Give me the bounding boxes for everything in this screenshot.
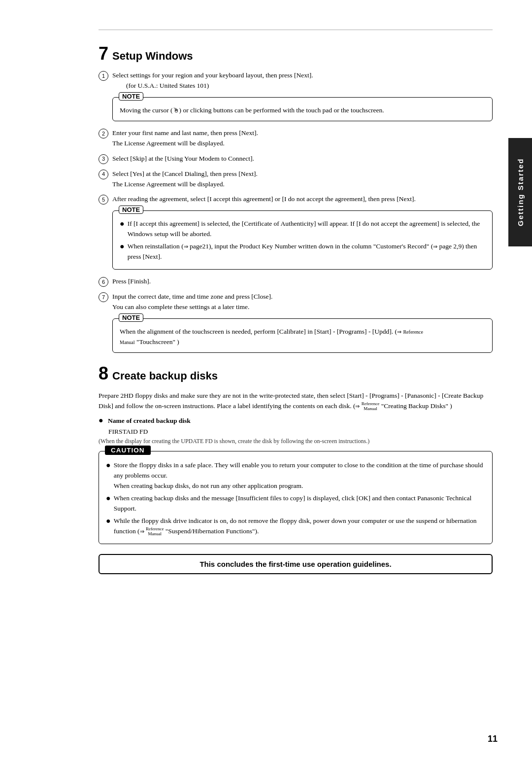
section8-header: 8 Create backup disks: [99, 365, 493, 382]
step-6-text: Press [Finish].: [112, 276, 493, 287]
note-content-2: ● If [I accept this agreement] is select…: [120, 219, 485, 262]
note-content-3: When the alignment of the touchscreen is…: [120, 327, 485, 347]
step-4: 4 Select [Yes] at the [Cancel Dialing], …: [99, 169, 493, 190]
step-3: 3 Select [Skip] at the [Using Your Modem…: [99, 154, 493, 164]
step-7-text: Input the correct date, time and time zo…: [112, 292, 493, 312]
note-content-1: Moving the cursor (🖱) or clicking button…: [120, 105, 485, 116]
step-5: 5 After reading the agreement, select [I…: [99, 194, 493, 205]
step-4-num: 4: [99, 170, 108, 179]
note-label-3: NOTE: [119, 313, 143, 322]
caution-label: CAUTION: [105, 446, 151, 455]
caution-box: CAUTION ● Store the floppy disks in a sa…: [99, 451, 493, 544]
step-1-text: Select settings for your region and your…: [112, 70, 493, 91]
step-5-num: 5: [99, 195, 108, 205]
section8-title: Create backup disks: [112, 370, 218, 382]
note-label-2: NOTE: [119, 206, 143, 214]
step-2-text: Enter your first name and last name, the…: [112, 128, 493, 149]
section7-header: 7 Setup Windows: [99, 45, 493, 63]
top-divider: [99, 30, 493, 30]
step-2-num: 2: [99, 129, 108, 138]
step-4-text: Select [Yes] at the [Cancel Dialing], th…: [112, 169, 493, 190]
note2-bullet-1: ● If [I accept this agreement] is select…: [120, 219, 485, 240]
note-box-1: NOTE Moving the cursor (🖱) or clicking b…: [112, 97, 493, 121]
name-of-disk-label: ● Name of created backup disk: [99, 416, 493, 425]
section8-intro: Prepare 2HD floppy disks and make sure t…: [99, 390, 493, 412]
caution-bullet-2: ● When creating backup disks and the mes…: [106, 493, 485, 514]
step-6-num: 6: [99, 277, 108, 287]
section7-title: Setup Windows: [112, 50, 193, 63]
section8-number: 8: [99, 365, 108, 382]
side-tab: Getting Started: [508, 138, 532, 246]
disk-name: FIRSTAID FD: [108, 428, 493, 436]
page-number: 11: [488, 734, 498, 744]
step-6: 6 Press [Finish].: [99, 276, 493, 287]
step-3-num: 3: [99, 154, 108, 164]
step-7-num: 7: [99, 292, 108, 302]
caution-bullet-3: ● While the floppy disk drive indicator …: [106, 516, 485, 537]
note-label-1: NOTE: [119, 92, 143, 101]
caution-content: ● Store the floppy disks in a safe place…: [106, 460, 485, 536]
section7-number: 7: [99, 45, 108, 63]
step-1-num: 1: [99, 71, 108, 81]
conclusion-box: This concludes the first-time use operat…: [99, 554, 493, 574]
page-container: Getting Started 7 Setup Windows 1 Select…: [0, 0, 532, 759]
step-1: 1 Select settings for your region and yo…: [99, 70, 493, 91]
conclusion-text: This concludes the first-time use operat…: [200, 560, 391, 568]
note-box-2: NOTE ● If [I accept this agreement] is s…: [112, 210, 493, 270]
step-2: 2 Enter your first name and last name, t…: [99, 128, 493, 149]
note2-bullet-2: ● When reinstallation (⇒ page21), input …: [120, 242, 485, 262]
update-fd-note: (When the display for creating the UPDAT…: [99, 438, 493, 445]
step-3-text: Select [Skip] at the [Using Your Modem t…: [112, 154, 493, 164]
step-5-text: After reading the agreement, select [I a…: [112, 194, 493, 205]
step-7: 7 Input the correct date, time and time …: [99, 292, 493, 312]
caution-bullet-1: ● Store the floppy disks in a safe place…: [106, 460, 485, 491]
note-box-3: NOTE When the alignment of the touchscre…: [112, 318, 493, 353]
